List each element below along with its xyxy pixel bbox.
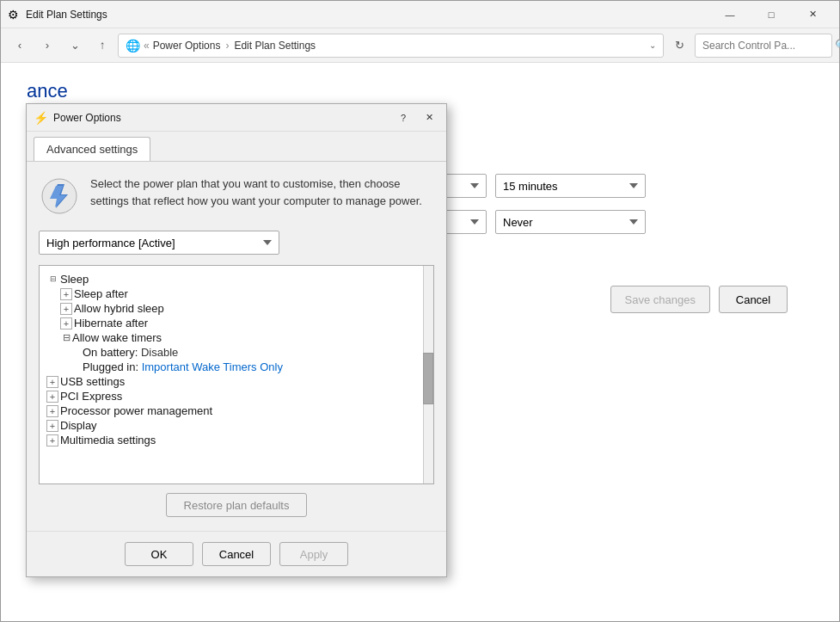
dialog-intro-text: Select the power plan that you want to c… — [90, 176, 434, 209]
tree-item-display[interactable]: + Display — [40, 418, 433, 433]
plan-dropdown[interactable]: Balanced Power saver High performance [A… — [39, 231, 279, 255]
tree-expand-sleep[interactable]: ⊟ — [46, 272, 60, 286]
tree-item-pci[interactable]: + PCI Express — [40, 389, 433, 403]
tree-label-hybrid-sleep: Allow hybrid sleep — [74, 302, 164, 315]
plan-dropdown-row: Balanced Power saver High performance [A… — [39, 231, 434, 255]
tree-expand-pci[interactable]: + — [46, 391, 58, 403]
tree-expand-sleep-after[interactable]: + — [60, 288, 72, 300]
dialog-intro: Select the power plan that you want to c… — [39, 176, 434, 217]
main-window: ⚙ Edit Plan Settings — □ ✕ ‹ › ⌄ ↑ 🌐 « P… — [0, 0, 840, 622]
tree-label-display: Display — [60, 419, 97, 432]
scrollbar-thumb[interactable] — [423, 353, 433, 404]
dialog-icon: ⚡ — [34, 111, 48, 125]
tree-label-plugged-in: Plugged in: — [83, 360, 142, 373]
tree-item-multimedia[interactable]: + Multimedia settings — [40, 433, 433, 447]
dialog-body: Select the power plan that you want to c… — [27, 162, 446, 531]
tab-advanced-settings[interactable]: Advanced settings — [34, 137, 150, 161]
tree-label-wake-timers: Allow wake timers — [72, 331, 162, 344]
dialog-tab-bar: Advanced settings — [27, 132, 446, 162]
tree-value-plugged-in: Important Wake Timers Only — [142, 360, 283, 373]
tree-label-usb: USB settings — [60, 375, 125, 388]
tree-expand-wake-timers[interactable]: ⊟ — [60, 332, 72, 344]
power-icon-large — [39, 176, 80, 217]
tree-expand-usb[interactable]: + — [46, 376, 58, 388]
tree-label-pci: PCI Express — [60, 390, 122, 403]
tree-container[interactable]: ⊟ Sleep + Sleep after + Allow hybrid sle… — [39, 265, 434, 484]
tree-label-hibernate: Hibernate after — [74, 317, 148, 329]
tree-value-on-battery: Disable — [141, 346, 178, 359]
tree-item-wake-timers[interactable]: ⊟ Allow wake timers — [40, 330, 433, 345]
dialog-title-text: Power Options — [53, 112, 388, 124]
tree-expand-hybrid-sleep[interactable]: + — [60, 303, 72, 315]
dialog-footer: OK Cancel Apply — [27, 531, 446, 576]
tree-item-usb[interactable]: + USB settings — [40, 374, 433, 389]
tree-item-processor[interactable]: + Processor power management — [40, 403, 433, 418]
tree-item-sleep-after[interactable]: + Sleep after — [40, 286, 433, 301]
tree-label-processor: Processor power management — [60, 404, 212, 417]
tree-item-hibernate[interactable]: + Hibernate after — [40, 316, 433, 330]
restore-btn-row: Restore plan defaults — [39, 493, 434, 517]
tree-label-on-battery: On battery: — [83, 346, 141, 359]
tree-expand-hibernate[interactable]: + — [60, 317, 72, 329]
dialog-ok-button[interactable]: OK — [125, 542, 193, 566]
dialog-apply-button[interactable]: Apply — [279, 542, 348, 566]
tree-label-multimedia: Multimedia settings — [60, 434, 156, 446]
scrollbar-track — [423, 266, 433, 483]
tree-expand-multimedia[interactable]: + — [46, 434, 58, 446]
tree-item-sleep[interactable]: ⊟ Sleep — [40, 271, 433, 286]
power-options-dialog: ⚡ Power Options ? ✕ Advanced settings — [26, 103, 447, 577]
tree-label-sleep: Sleep — [60, 273, 89, 286]
tree-expand-processor[interactable]: + — [46, 405, 58, 417]
dialog-cancel-button[interactable]: Cancel — [202, 542, 271, 566]
tree-item-hybrid-sleep[interactable]: + Allow hybrid sleep — [40, 301, 433, 316]
dialog-title-bar: ⚡ Power Options ? ✕ — [27, 104, 446, 132]
tree-expand-display[interactable]: + — [46, 420, 58, 432]
dialog-overlay: ⚡ Power Options ? ✕ Advanced settings — [0, 0, 840, 622]
tree-item-plugged-in[interactable]: Plugged in: Important Wake Timers Only — [40, 360, 433, 374]
dialog-close-button[interactable]: ✕ — [419, 108, 439, 128]
tree-item-on-battery[interactable]: On battery: Disable — [40, 345, 433, 360]
tree-label-sleep-after: Sleep after — [74, 287, 128, 300]
dialog-help-button[interactable]: ? — [393, 108, 414, 128]
restore-defaults-button[interactable]: Restore plan defaults — [166, 493, 308, 517]
